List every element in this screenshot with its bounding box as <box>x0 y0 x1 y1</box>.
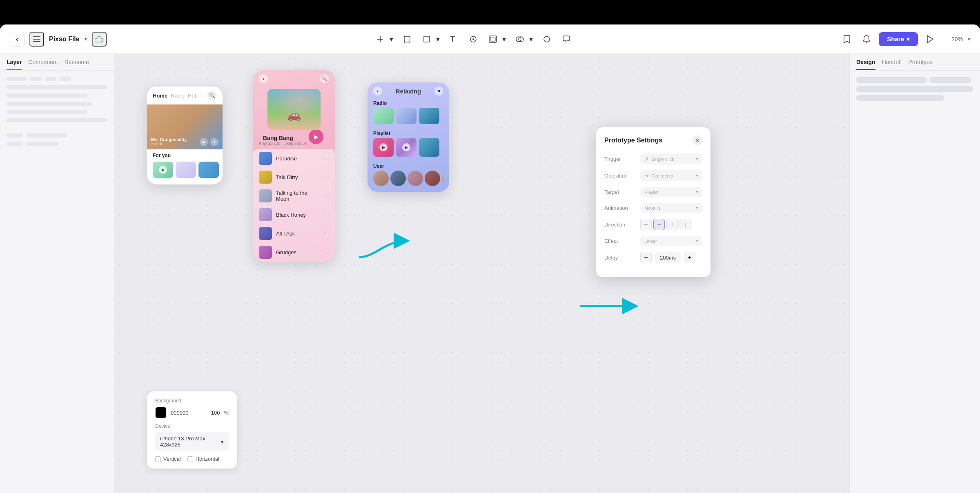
operation-select[interactable]: ↪ Redirect to ▾ <box>640 170 702 181</box>
dir-right[interactable]: → <box>653 219 665 230</box>
color-hex[interactable]: 000000 <box>171 410 207 416</box>
song-more-talking[interactable]: ··· <box>324 192 329 200</box>
effect-select[interactable]: Linear ▾ <box>640 236 702 246</box>
transform-tool[interactable] <box>486 32 500 47</box>
rect-tool[interactable] <box>419 32 434 47</box>
song-item-alliask[interactable]: All I Ask ··· <box>253 224 335 243</box>
delay-minus-btn[interactable]: − <box>640 252 652 263</box>
add-chevron[interactable]: ▾ <box>388 32 395 47</box>
orient-horizontal-label: Horizontal <box>196 456 220 462</box>
zoom-chevron[interactable]: ▾ <box>968 36 970 42</box>
bookmark-icon[interactable] <box>840 32 854 47</box>
device-select[interactable]: iPhone 13 Pro Max 428x926 ▾ <box>155 432 229 451</box>
main-layout: Layer Component Resource <box>0 54 980 493</box>
proto-close-btn[interactable]: ✕ <box>693 135 702 145</box>
song-more-alliask[interactable]: ··· <box>324 230 329 237</box>
toolbar: ‹ Pixso File ▾ ▾ <box>0 24 980 54</box>
target-value: Playlist <box>644 190 659 195</box>
svg-point-18 <box>544 36 550 42</box>
song-list: Paradise ··· Talk Dirty ··· Talking to t… <box>253 149 335 262</box>
tab-prototype[interactable]: Prototype <box>908 59 933 70</box>
song-item-blackhoney[interactable]: Black Honey ··· <box>253 205 335 224</box>
proto-title: Prototype Settings <box>604 137 662 144</box>
tab-resource[interactable]: Resource <box>65 59 89 70</box>
pl-thumb2-play: ▶ <box>402 143 410 151</box>
pl-thumb-2[interactable]: ▶ <box>396 138 416 157</box>
pl-thumb-1[interactable]: ▶ <box>373 138 394 157</box>
hero-controls: ▶ ♥ <box>200 138 218 146</box>
phone3-back[interactable]: ‹ <box>373 87 382 95</box>
dir-left[interactable]: ← <box>640 219 652 230</box>
avatar-2[interactable] <box>390 171 406 186</box>
delay-plus-btn[interactable]: + <box>684 252 695 263</box>
playlist-title: Playlist <box>373 131 443 138</box>
target-select[interactable]: Playlist ▾ <box>640 187 702 197</box>
tab-component[interactable]: Component <box>28 59 58 70</box>
thumb-1[interactable]: ▶ <box>153 162 173 178</box>
mask-tool[interactable] <box>512 32 527 47</box>
opacity-value[interactable]: 100 <box>211 410 220 416</box>
song-more-talkdirty[interactable]: ··· <box>324 173 329 181</box>
phone2-back[interactable]: ‹ <box>259 74 268 83</box>
shape-chevron[interactable]: ▾ <box>435 32 441 47</box>
alert-icon[interactable] <box>859 32 874 47</box>
big-play-btn[interactable]: ▶ <box>309 129 323 144</box>
hero-overlay: Ms. Congeniality 250.5k <box>151 137 187 146</box>
song-item-talking[interactable]: Talking to the Moon ··· <box>253 187 335 205</box>
nav-radio[interactable]: Radio <box>171 93 185 99</box>
tab-handoff[interactable]: Handoff <box>882 59 902 70</box>
song-more-grudges[interactable]: ··· <box>324 249 329 256</box>
user-title: User <box>373 163 443 171</box>
radio-thumb-2[interactable] <box>396 108 416 124</box>
avatar-5[interactable] <box>442 171 443 186</box>
cloud-icon[interactable] <box>92 32 107 47</box>
target-chevron: ▾ <box>696 189 698 195</box>
color-swatch[interactable] <box>155 407 167 418</box>
menu-button[interactable] <box>29 32 44 47</box>
mask-chevron[interactable]: ▾ <box>528 32 535 47</box>
back-button[interactable]: ‹ <box>10 32 24 47</box>
delay-value[interactable]: 200ms <box>655 252 681 263</box>
play-button[interactable] <box>923 32 938 47</box>
avatar-1[interactable] <box>373 171 389 186</box>
tab-design[interactable]: Design <box>856 59 875 70</box>
phone1-search[interactable]: 🔍 <box>207 91 217 100</box>
pl-thumb-3[interactable] <box>419 138 439 157</box>
song-more-paradise[interactable]: ··· <box>324 155 329 162</box>
avatar-3[interactable] <box>408 171 423 186</box>
phone3-close[interactable]: ✕ <box>434 87 443 95</box>
hero-play-btn[interactable]: ▶ <box>200 138 208 146</box>
dir-down[interactable]: ↓ <box>679 219 691 230</box>
trigger-select[interactable]: ↗ Single-click ▾ <box>640 153 702 164</box>
tab-layer[interactable]: Layer <box>7 59 22 70</box>
phone2-search[interactable]: 🔍 <box>320 74 329 83</box>
text-tool[interactable]: T <box>446 32 461 47</box>
circle-tool[interactable] <box>539 32 554 47</box>
comment-tool[interactable] <box>559 32 574 47</box>
frame-tool[interactable] <box>400 32 414 47</box>
radio-thumb-1[interactable] <box>373 108 394 124</box>
hero-like-btn[interactable]: ♥ <box>210 138 218 146</box>
app-name: Pixso File <box>49 36 80 43</box>
thumb-3[interactable] <box>198 162 219 178</box>
user-section: User <box>368 161 449 189</box>
add-icon[interactable] <box>373 32 388 47</box>
song-item-paradise[interactable]: Paradise ··· <box>253 149 335 168</box>
toolbar-right: Share ▾ 20% ▾ <box>840 32 970 47</box>
transform-chevron[interactable]: ▾ <box>501 32 508 47</box>
song-item-grudges[interactable]: Grudges ··· <box>253 243 335 262</box>
orient-horizontal[interactable]: Horizontal <box>187 456 220 462</box>
orient-vertical[interactable]: Vertical <box>155 456 181 462</box>
dir-up[interactable]: ↑ <box>666 219 678 230</box>
song-item-talkdirty[interactable]: Talk Dirty ··· <box>253 168 335 187</box>
song-more-blackhoney[interactable]: ··· <box>324 211 329 218</box>
pen-tool[interactable] <box>466 32 481 47</box>
radio-thumb-3[interactable] <box>419 108 439 124</box>
avatar-4[interactable] <box>425 171 440 186</box>
share-button[interactable]: Share ▾ <box>879 32 918 46</box>
animation-select[interactable]: Move in ▾ <box>640 203 702 213</box>
nav-hot[interactable]: Hot <box>188 93 196 99</box>
thumb-2[interactable] <box>176 162 196 178</box>
app-name-chevron[interactable]: ▾ <box>85 36 87 42</box>
nav-home[interactable]: Home <box>153 93 167 99</box>
